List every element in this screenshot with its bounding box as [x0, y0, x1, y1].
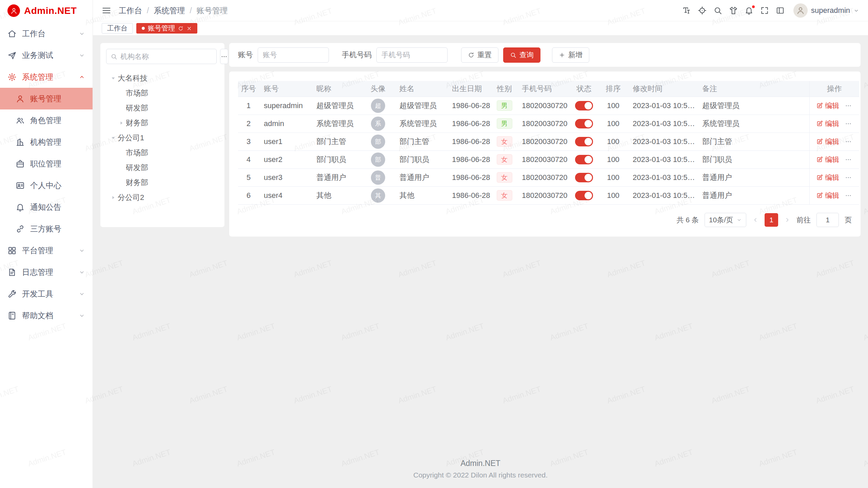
row-more-button[interactable] [845, 192, 852, 199]
cell-remark: 部门职员 [697, 150, 809, 168]
cell-index: 6 [238, 186, 259, 204]
sidebar-item-label: 机构管理 [30, 137, 61, 147]
edit-button[interactable]: 编辑 [816, 191, 839, 200]
sidebar-item-help-docs[interactable]: 帮助文档 [0, 305, 93, 326]
breadcrumb-item[interactable]: 账号管理 [197, 5, 228, 16]
sidebar-item-log-management[interactable]: 日志管理 [0, 261, 93, 283]
caret-placeholder [117, 163, 126, 172]
edit-button[interactable]: 编辑 [816, 101, 839, 110]
sidebar-item-org-management[interactable]: 机构管理 [0, 131, 93, 153]
phone-filter-input[interactable] [376, 47, 448, 63]
chevron-down-icon [79, 52, 85, 59]
tree-node[interactable]: 研发部 [106, 101, 219, 116]
column-header: 排序 [598, 81, 628, 97]
cell-phone: 18020030720 [517, 186, 570, 204]
row-more-button[interactable] [845, 102, 852, 109]
add-button[interactable]: 新增 [552, 47, 589, 63]
sidebar-item-role-management[interactable]: 角色管理 [0, 109, 93, 131]
reset-button[interactable]: 重置 [461, 47, 498, 63]
toggle-knob [585, 120, 592, 127]
status-toggle[interactable] [575, 101, 593, 110]
edit-button[interactable]: 编辑 [816, 173, 839, 182]
tree-node[interactable]: 财务部 [106, 175, 219, 190]
sidebar-item-third-party-account[interactable]: 三方账号 [0, 218, 93, 240]
row-more-button[interactable] [845, 156, 852, 163]
sidebar-item-platform-management[interactable]: 平台管理 [0, 240, 93, 261]
org-more-button[interactable] [220, 49, 228, 64]
breadcrumb-item[interactable]: 工作台 [119, 5, 142, 16]
tab-close-icon[interactable] [186, 26, 192, 31]
cell-name: 其他 [395, 186, 447, 204]
sidebar-item-account-management[interactable]: 账号管理 [0, 88, 93, 109]
sidebar-item-business-test[interactable]: 业务测试 [0, 44, 93, 66]
tree-node[interactable]: 研发部 [106, 160, 219, 175]
cell-status [570, 133, 598, 150]
tree-node[interactable]: 市场部 [106, 145, 219, 160]
caret-right[interactable] [109, 193, 118, 202]
cell-avatar: 其 [361, 186, 395, 204]
more-dots-icon [845, 102, 852, 109]
theme-button[interactable] [729, 6, 738, 15]
cell-actions: 编辑 [809, 97, 859, 115]
edit-button[interactable]: 编辑 [816, 155, 839, 164]
sidebar-item-position-management[interactable]: 职位管理 [0, 153, 93, 175]
sidebar-item-notice[interactable]: 通知公告 [0, 196, 93, 218]
global-search-button[interactable] [713, 6, 722, 15]
sidebar-item-workbench[interactable]: 工作台 [0, 23, 93, 44]
toggle-knob [585, 102, 592, 109]
breadcrumb-item[interactable]: 系统管理 [154, 5, 185, 16]
tab-refresh-icon[interactable] [178, 26, 183, 31]
fullscreen-button[interactable] [760, 6, 769, 15]
caret-right[interactable] [117, 119, 126, 127]
cell-remark: 普通用户 [697, 168, 809, 186]
font-size-button[interactable] [682, 6, 691, 15]
account-panel: 账号 手机号码 重置 查询 新增 [229, 43, 861, 237]
tab-workbench[interactable]: 工作台 [102, 23, 133, 34]
tree-node[interactable]: 分公司2 [106, 190, 219, 205]
status-toggle[interactable] [575, 173, 593, 182]
status-toggle[interactable] [575, 191, 593, 200]
caret-down[interactable] [109, 74, 118, 83]
org-tree-panel: 大名科技市场部研发部财务部分公司1市场部研发部财务部分公司2 [100, 43, 224, 227]
page-number-button[interactable]: 1 [765, 213, 778, 227]
tree-node-label: 分公司1 [118, 133, 144, 143]
user-menu[interactable]: superadmin [793, 3, 859, 18]
tab-account-management[interactable]: 账号管理 [136, 23, 197, 34]
caret-down[interactable] [109, 134, 118, 142]
sidebar-item-dev-tools[interactable]: 开发工具 [0, 283, 93, 305]
search-button-label: 查询 [519, 50, 534, 60]
tab-label: 账号管理 [148, 24, 175, 33]
page-size-select[interactable]: 10条/页 [705, 213, 746, 227]
tree-node-label: 财务部 [126, 118, 148, 128]
prev-page-button[interactable] [752, 217, 759, 223]
edit-button[interactable]: 编辑 [816, 119, 839, 128]
layout-settings-button[interactable] [776, 6, 785, 15]
sidebar-item-personal-center[interactable]: 个人中心 [0, 175, 93, 196]
cell-gender: 女 [492, 150, 517, 168]
tree-node[interactable]: 分公司1 [106, 130, 219, 145]
tree-node[interactable]: 财务部 [106, 116, 219, 130]
cell-actions: 编辑 [809, 133, 859, 150]
notification-button[interactable] [745, 6, 753, 15]
row-more-button[interactable] [845, 120, 852, 127]
next-page-button[interactable] [784, 217, 791, 223]
status-toggle[interactable] [575, 119, 593, 128]
collapse-menu-button[interactable] [102, 6, 111, 15]
sidebar-item-system-management[interactable]: 系统管理 [0, 66, 93, 88]
caret-placeholder [117, 89, 126, 98]
locate-button[interactable] [698, 6, 707, 15]
status-toggle[interactable] [575, 155, 593, 164]
tree-node[interactable]: 市场部 [106, 86, 219, 101]
row-more-button[interactable] [845, 174, 852, 181]
status-toggle[interactable] [575, 137, 593, 146]
cell-index: 2 [238, 115, 259, 133]
org-search-input[interactable] [120, 53, 212, 61]
row-more-button[interactable] [845, 138, 852, 145]
tree-node[interactable]: 大名科技 [106, 71, 219, 86]
user-avatar: 超 [371, 99, 385, 113]
account-filter-input[interactable] [258, 47, 329, 63]
cell-status [570, 115, 598, 133]
search-button[interactable]: 查询 [503, 47, 540, 63]
goto-page-input[interactable] [816, 213, 839, 227]
edit-button[interactable]: 编辑 [816, 137, 839, 146]
